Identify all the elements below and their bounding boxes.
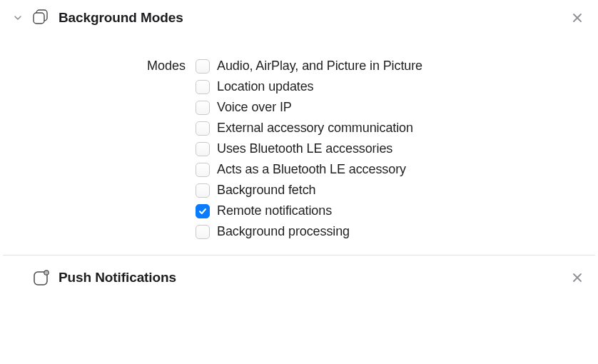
mode-option: Background fetch [196,183,422,198]
close-icon[interactable] [569,10,585,26]
mode-checkbox[interactable] [196,121,210,136]
mode-option: External accessory communication [196,121,422,136]
chevron-down-icon[interactable] [13,13,23,23]
section-title: Push Notifications [59,270,176,285]
mode-option: Audio, AirPlay, and Picture in Picture [196,59,422,74]
mode-option: Uses Bluetooth LE accessories [196,141,422,156]
mode-checkbox[interactable] [196,204,210,218]
mode-option-label: Remote notifications [217,203,332,218]
mode-option: Background processing [196,224,422,239]
background-modes-section: Background Modes Modes Audio, AirPlay, a… [0,0,598,255]
mode-option-label: Uses Bluetooth LE accessories [217,141,392,156]
svg-point-3 [44,271,49,275]
mode-checkbox[interactable] [196,80,210,94]
mode-option: Voice over IP [196,100,422,115]
close-icon[interactable] [569,270,585,285]
mode-checkbox[interactable] [196,225,210,239]
mode-option-label: Location updates [217,79,314,94]
mode-checkbox[interactable] [196,183,210,198]
svg-rect-1 [34,13,44,24]
mode-option: Acts as a Bluetooth LE accessory [196,162,422,177]
mode-checkbox[interactable] [196,163,210,177]
mode-checkbox[interactable] [196,142,210,156]
modes-label: Modes [134,59,186,74]
section-header: Background Modes [13,7,585,29]
push-notifications-icon [30,267,51,288]
mode-option-label: Voice over IP [217,100,292,115]
background-modes-icon [30,7,51,29]
push-notifications-section: Push Notifications [0,256,598,297]
mode-checkbox[interactable] [196,59,210,74]
mode-option-label: Background processing [217,224,350,239]
section-header: Push Notifications [13,267,585,288]
mode-option: Location updates [196,79,422,94]
mode-option-label: Audio, AirPlay, and Picture in Picture [217,59,422,74]
section-title: Background Modes [59,10,183,26]
modes-options-list: Audio, AirPlay, and Picture in PictureLo… [196,59,422,239]
mode-option-label: Acts as a Bluetooth LE accessory [217,162,406,177]
mode-option-label: External accessory communication [217,121,413,136]
modes-body: Modes Audio, AirPlay, and Picture in Pic… [134,59,585,239]
mode-checkbox[interactable] [196,101,210,115]
mode-option: Remote notifications [196,203,422,218]
mode-option-label: Background fetch [217,183,316,198]
